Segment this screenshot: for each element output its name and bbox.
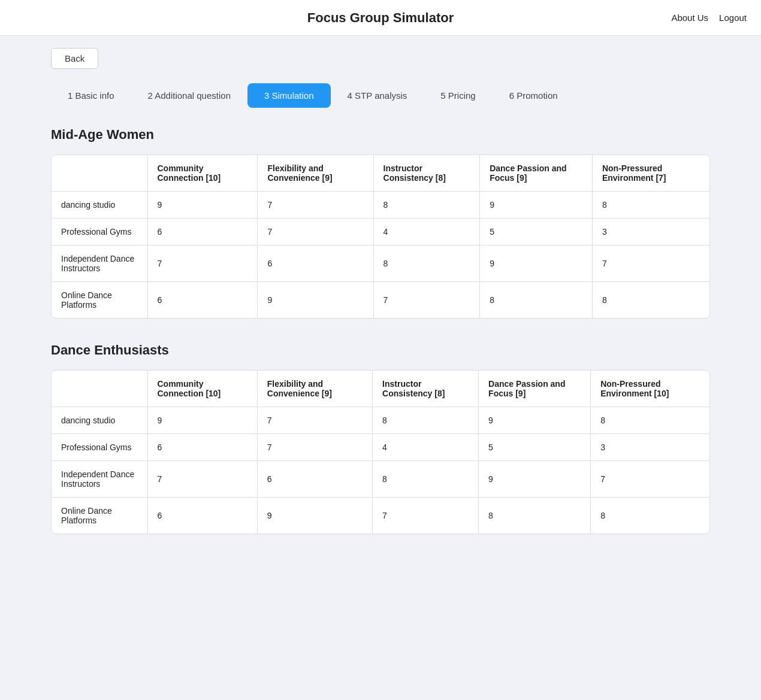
cell-2-2: 8 bbox=[373, 461, 479, 498]
cell-2-1: 6 bbox=[258, 246, 373, 282]
col-empty bbox=[52, 155, 147, 192]
cell-2-1: 6 bbox=[257, 461, 372, 498]
col-empty bbox=[52, 371, 147, 407]
tab-5[interactable]: 5 Pricing bbox=[424, 83, 492, 108]
cell-1-0: 6 bbox=[147, 434, 257, 461]
cell-2-0: 7 bbox=[147, 246, 258, 282]
table-dance-enthusiasts: Community Connection [10]Flexibility and… bbox=[52, 371, 709, 534]
header: Focus Group Simulator About Us Logout bbox=[0, 0, 761, 36]
section-title-mid-age-women: Mid-Age Women bbox=[51, 127, 710, 143]
col-header-0: Community Connection [10] bbox=[147, 371, 257, 407]
col-header-3: Dance Passion and Focus [9] bbox=[479, 371, 591, 407]
row-label-0: dancing studio bbox=[52, 407, 147, 434]
cell-3-3: 8 bbox=[479, 498, 591, 534]
sections-container: Mid-Age WomenCommunity Connection [10]Fl… bbox=[51, 127, 710, 534]
cell-1-2: 4 bbox=[373, 219, 480, 246]
col-header-3: Dance Passion and Focus [9] bbox=[480, 155, 593, 192]
tab-3[interactable]: 3 Simulation bbox=[247, 83, 331, 108]
table-wrapper-mid-age-women: Community Connection [10]Flexibility and… bbox=[51, 154, 710, 319]
cell-3-4: 8 bbox=[592, 282, 709, 319]
cell-0-3: 9 bbox=[480, 192, 593, 219]
table-row: Online Dance Platforms69788 bbox=[52, 282, 709, 319]
section-dance-enthusiasts: Dance EnthusiastsCommunity Connection [1… bbox=[51, 343, 710, 534]
cell-2-4: 7 bbox=[592, 246, 709, 282]
row-label-3: Online Dance Platforms bbox=[52, 282, 147, 319]
cell-3-2: 7 bbox=[373, 282, 480, 319]
row-label-2: Independent Dance Instructors bbox=[52, 461, 147, 498]
row-label-3: Online Dance Platforms bbox=[52, 498, 147, 534]
cell-2-3: 9 bbox=[479, 461, 591, 498]
col-header-0: Community Connection [10] bbox=[147, 155, 258, 192]
cell-1-1: 7 bbox=[257, 434, 372, 461]
cell-0-2: 8 bbox=[373, 192, 480, 219]
tab-1[interactable]: 1 Basic info bbox=[51, 83, 131, 108]
table-row: Professional Gyms67453 bbox=[52, 219, 709, 246]
tab-2[interactable]: 2 Additional question bbox=[131, 83, 247, 108]
cell-0-1: 7 bbox=[258, 192, 373, 219]
col-header-2: Instructor Consistency [8] bbox=[373, 155, 480, 192]
tab-6[interactable]: 6 Promotion bbox=[493, 83, 575, 108]
cell-0-4: 8 bbox=[591, 407, 709, 434]
cell-3-1: 9 bbox=[257, 498, 372, 534]
col-header-1: Flexibility and Convenience [9] bbox=[258, 155, 373, 192]
cell-0-0: 9 bbox=[147, 192, 258, 219]
col-header-4: Non-Pressured Environment [7] bbox=[592, 155, 709, 192]
cell-1-1: 7 bbox=[258, 219, 373, 246]
cell-2-0: 7 bbox=[147, 461, 257, 498]
col-header-1: Flexibility and Convenience [9] bbox=[257, 371, 372, 407]
cell-2-3: 9 bbox=[480, 246, 593, 282]
section-mid-age-women: Mid-Age WomenCommunity Connection [10]Fl… bbox=[51, 127, 710, 319]
cell-0-1: 7 bbox=[257, 407, 372, 434]
cell-3-1: 9 bbox=[258, 282, 373, 319]
cell-1-3: 5 bbox=[479, 434, 591, 461]
row-label-1: Professional Gyms bbox=[52, 434, 147, 461]
back-button[interactable]: Back bbox=[51, 48, 98, 69]
cell-2-2: 8 bbox=[373, 246, 480, 282]
tab-4[interactable]: 4 STP analysis bbox=[331, 83, 424, 108]
cell-0-3: 9 bbox=[479, 407, 591, 434]
row-label-0: dancing studio bbox=[52, 192, 147, 219]
table-row: dancing studio97898 bbox=[52, 407, 709, 434]
cell-0-2: 8 bbox=[373, 407, 479, 434]
cell-3-3: 8 bbox=[480, 282, 593, 319]
about-us-link[interactable]: About Us bbox=[671, 13, 708, 23]
cell-3-2: 7 bbox=[373, 498, 479, 534]
header-nav: About Us Logout bbox=[671, 13, 747, 23]
cell-0-0: 9 bbox=[147, 407, 257, 434]
cell-2-4: 7 bbox=[591, 461, 709, 498]
main-content: Back 1 Basic info2 Additional question3 … bbox=[39, 36, 722, 570]
cell-0-4: 8 bbox=[592, 192, 709, 219]
cell-1-3: 5 bbox=[480, 219, 593, 246]
app-title: Focus Group Simulator bbox=[307, 10, 454, 26]
row-label-2: Independent Dance Instructors bbox=[52, 246, 147, 282]
cell-3-4: 8 bbox=[591, 498, 709, 534]
row-label-1: Professional Gyms bbox=[52, 219, 147, 246]
col-header-2: Instructor Consistency [8] bbox=[373, 371, 479, 407]
table-row: Independent Dance Instructors76897 bbox=[52, 246, 709, 282]
logout-link[interactable]: Logout bbox=[719, 13, 747, 23]
table-wrapper-dance-enthusiasts: Community Connection [10]Flexibility and… bbox=[51, 370, 710, 534]
table-mid-age-women: Community Connection [10]Flexibility and… bbox=[52, 155, 709, 318]
table-row: dancing studio97898 bbox=[52, 192, 709, 219]
table-row: Independent Dance Instructors76897 bbox=[52, 461, 709, 498]
col-header-4: Non-Pressured Environment [10] bbox=[591, 371, 709, 407]
cell-3-0: 6 bbox=[147, 282, 258, 319]
cell-1-2: 4 bbox=[373, 434, 479, 461]
cell-1-4: 3 bbox=[592, 219, 709, 246]
cell-3-0: 6 bbox=[147, 498, 257, 534]
table-row: Professional Gyms67453 bbox=[52, 434, 709, 461]
cell-1-0: 6 bbox=[147, 219, 258, 246]
cell-1-4: 3 bbox=[591, 434, 709, 461]
tabs-container: 1 Basic info2 Additional question3 Simul… bbox=[51, 83, 710, 108]
table-row: Online Dance Platforms69788 bbox=[52, 498, 709, 534]
section-title-dance-enthusiasts: Dance Enthusiasts bbox=[51, 343, 710, 358]
